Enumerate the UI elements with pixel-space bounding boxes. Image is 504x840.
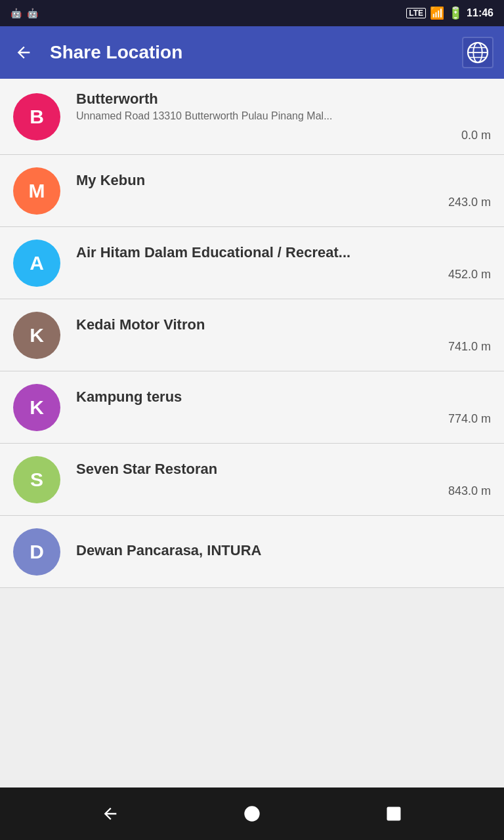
item-content: Dewan Pancarasa, INTURA xyxy=(76,542,491,562)
app-bar: Share Location xyxy=(0,26,504,79)
item-distance: 843.0 m xyxy=(448,484,491,498)
globe-button[interactable] xyxy=(462,37,494,68)
item-content: Butterworth Unnamed Road 13310 Butterwor… xyxy=(76,91,491,142)
list-item[interactable]: B Butterworth Unnamed Road 13310 Butterw… xyxy=(0,79,504,155)
list-item[interactable]: D Dewan Pancarasa, INTURA xyxy=(0,516,504,588)
list-item[interactable]: S Seven Star Restoran 843.0 m xyxy=(0,444,504,516)
item-content: Kampung terus 774.0 m xyxy=(76,388,491,426)
svg-point-5 xyxy=(244,806,259,821)
item-content: Air Hitam Dalam Educational / Recreat...… xyxy=(76,244,491,282)
item-address: Unnamed Road 13310 Butterworth Pulau Pin… xyxy=(76,110,491,122)
item-distance: 0.0 m xyxy=(461,129,491,142)
item-content: My Kebun 243.0 m xyxy=(76,172,491,209)
android-icon-2: 🤖 xyxy=(27,8,38,18)
list-item[interactable]: A Air Hitam Dalam Educational / Recreat.… xyxy=(0,227,504,299)
item-distance: 243.0 m xyxy=(448,196,491,209)
nav-back-button[interactable] xyxy=(94,797,127,830)
item-name: Dewan Pancarasa, INTURA xyxy=(76,542,491,559)
list-item[interactable]: M My Kebun 243.0 m xyxy=(0,155,504,227)
avatar: K xyxy=(13,312,60,359)
item-name: Seven Star Restoran xyxy=(76,461,491,478)
list-item[interactable]: K Kedai Motor Vitron 741.0 m xyxy=(0,299,504,371)
avatar: M xyxy=(13,167,60,215)
svg-rect-6 xyxy=(387,807,401,821)
item-distance: 774.0 m xyxy=(448,412,491,426)
avatar: A xyxy=(13,240,60,287)
item-distance: 452.0 m xyxy=(448,268,491,282)
nav-home-button[interactable] xyxy=(236,797,268,830)
avatar: S xyxy=(13,456,60,503)
avatar: D xyxy=(13,528,60,576)
clock: 11:46 xyxy=(467,7,494,19)
item-content: Seven Star Restoran 843.0 m xyxy=(76,461,491,498)
android-icon-1: 🤖 xyxy=(10,8,22,18)
back-button[interactable] xyxy=(10,39,37,66)
item-name: Kedai Motor Vitron xyxy=(76,316,491,333)
status-bar: 🤖 🤖 LTE 📶 🔋 11:46 xyxy=(0,0,504,26)
lte-badge: LTE xyxy=(406,8,426,18)
item-content: Kedai Motor Vitron 741.0 m xyxy=(76,316,491,354)
item-name: My Kebun xyxy=(76,172,491,189)
avatar: B xyxy=(13,93,60,140)
item-distance: 741.0 m xyxy=(448,340,491,354)
nav-recent-button[interactable] xyxy=(377,797,410,830)
item-name: Air Hitam Dalam Educational / Recreat... xyxy=(76,244,491,261)
item-name: Kampung terus xyxy=(76,388,491,406)
battery-icon: 🔋 xyxy=(448,6,463,20)
signal-icon: 📶 xyxy=(430,6,444,20)
list-item[interactable]: K Kampung terus 774.0 m xyxy=(0,371,504,444)
page-title: Share Location xyxy=(50,42,449,63)
location-list: B Butterworth Unnamed Road 13310 Butterw… xyxy=(0,79,504,788)
item-name: Butterworth xyxy=(76,91,491,108)
nav-bar xyxy=(0,788,504,840)
avatar: K xyxy=(13,384,60,431)
